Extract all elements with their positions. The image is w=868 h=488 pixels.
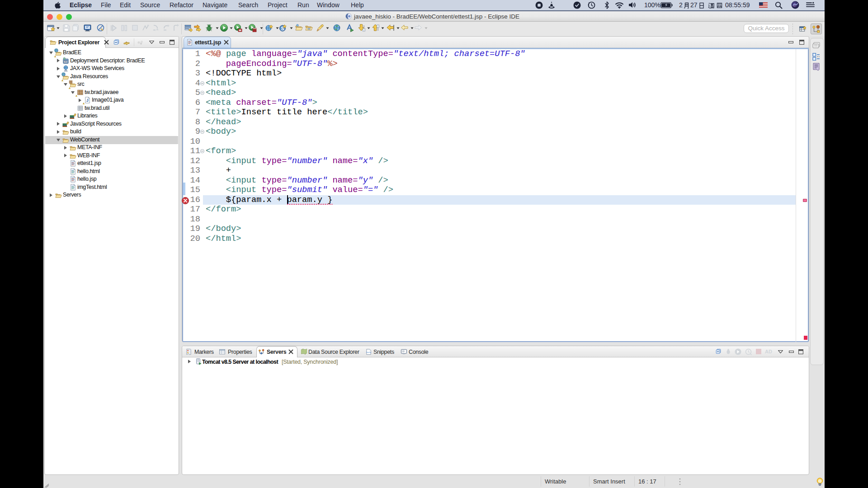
svg-text:AD: AD — [765, 349, 772, 354]
